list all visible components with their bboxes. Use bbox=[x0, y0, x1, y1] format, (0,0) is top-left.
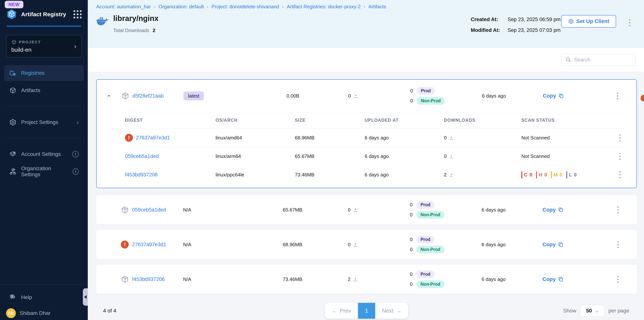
digest-link[interactable]: f453bd937206 bbox=[125, 172, 158, 178]
copy-label: Copy bbox=[542, 276, 556, 282]
copy-link[interactable]: Copy bbox=[542, 242, 564, 248]
digest-uploaded: 6 days ago bbox=[365, 154, 444, 159]
sidebar-item-help[interactable]: ? Help bbox=[4, 290, 84, 305]
download-icon bbox=[353, 207, 358, 212]
breadcrumb-artifacts[interactable]: Artifacts bbox=[368, 4, 386, 10]
sidebar-item-label: Registries bbox=[21, 70, 44, 76]
nonprod-count: 0 bbox=[406, 212, 412, 218]
version-card-expanded: d5f28ef21aab latest 0.00B 0 0 bbox=[96, 79, 637, 188]
digest-downloads: 0 bbox=[444, 154, 446, 159]
digest-row[interactable]: 059ceb5a1ded linux/arm64 65.67MB 6 days … bbox=[125, 147, 628, 166]
col-size: SIZE bbox=[295, 118, 365, 123]
copy-link[interactable]: Copy bbox=[542, 207, 564, 213]
sidebar-item-registries[interactable]: Registries bbox=[4, 65, 84, 81]
next-page-button[interactable]: Next → bbox=[375, 303, 408, 319]
copy-link[interactable]: Copy bbox=[543, 93, 564, 99]
col-downloads: DOWNLOADS bbox=[444, 118, 521, 123]
sidebar: NEW Artifact Registry bbox=[0, 0, 88, 320]
collapse-chevron-icon[interactable] bbox=[97, 93, 121, 99]
download-icon bbox=[353, 276, 358, 282]
search-box bbox=[562, 54, 636, 66]
row-kebab-menu[interactable] bbox=[618, 170, 622, 180]
row-kebab-menu[interactable] bbox=[616, 274, 620, 285]
info-icon[interactable]: i bbox=[72, 151, 79, 157]
prev-page-button[interactable]: ← Prev bbox=[325, 303, 358, 319]
package-icon bbox=[121, 275, 132, 284]
prod-pill: Prod bbox=[417, 87, 435, 95]
row-kebab-menu[interactable] bbox=[616, 239, 620, 250]
version-size: 68.96MB bbox=[260, 242, 325, 248]
sidebar-item-organization-settings[interactable]: Organization Settings i bbox=[4, 164, 84, 180]
arrow-right-icon: → bbox=[396, 308, 402, 314]
page-number-button[interactable]: 1 bbox=[358, 303, 375, 319]
sidebar-account-nav: Account Settings i Organization Settings… bbox=[4, 146, 84, 180]
package-icon bbox=[121, 92, 132, 100]
info-icon[interactable]: i bbox=[73, 168, 79, 175]
version-name-link[interactable]: d5f28ef21aab bbox=[132, 93, 184, 99]
copy-icon bbox=[558, 93, 564, 99]
breadcrumb-organization[interactable]: Organization: default bbox=[158, 4, 204, 10]
module-grid-icon[interactable] bbox=[74, 10, 82, 18]
arrow-left-icon: ← bbox=[332, 308, 337, 314]
digest-row[interactable]: f453bd937206 linux/ppc64le 73.46MB 6 day… bbox=[125, 166, 628, 184]
version-size: 65.67MB bbox=[260, 207, 325, 213]
created-at-value: Sep 23, 2025 06:59 pm bbox=[508, 16, 560, 22]
next-label: Next bbox=[382, 308, 393, 314]
digest-size: 65.67MB bbox=[295, 154, 365, 159]
header-kebab-menu[interactable] bbox=[627, 17, 632, 28]
breadcrumb-account[interactable]: Account: automation_har bbox=[96, 4, 151, 10]
nonprod-pill: Non-Prod bbox=[416, 211, 444, 219]
col-uploaded-at: UPLOADED AT bbox=[365, 118, 444, 123]
gear-icon bbox=[568, 18, 574, 24]
version-downloads: 2 bbox=[348, 276, 350, 282]
row-kebab-menu[interactable] bbox=[618, 151, 622, 162]
copy-link[interactable]: Copy bbox=[542, 276, 564, 282]
prod-pill: Prod bbox=[416, 270, 434, 278]
project-selector[interactable]: PROJECT build-en › bbox=[6, 35, 82, 58]
version-downloads: 0 bbox=[348, 207, 350, 213]
sidebar-item-account-settings[interactable]: Account Settings i bbox=[4, 146, 84, 162]
chevron-right-icon: › bbox=[74, 42, 76, 50]
digest-link[interactable]: 27637a97e3d1 bbox=[136, 135, 170, 141]
version-modified-time: 6 days ago bbox=[462, 242, 525, 248]
setup-client-button[interactable]: Set Up Client bbox=[561, 15, 616, 28]
version-name-link[interactable]: 27637a97e3d1 bbox=[132, 242, 183, 248]
version-row[interactable]: d5f28ef21aab latest 0.00B 0 0 bbox=[97, 80, 636, 112]
version-modified-time: 6 days ago bbox=[463, 93, 525, 99]
pagination-controls: ← Prev 1 Next → bbox=[325, 303, 408, 319]
row-kebab-menu[interactable] bbox=[616, 204, 620, 215]
version-row[interactable]: 059ceb5a1ded N/A 65.67MB 0 0Prod 0Non-Pr… bbox=[96, 195, 637, 224]
avatar: SD bbox=[6, 308, 16, 318]
user-menu[interactable]: SD Shibam Dhar bbox=[0, 305, 88, 319]
version-row[interactable]: f453bd937206 N/A 73.46MB 2 0Prod 0Non-Pr… bbox=[96, 265, 637, 294]
page-size-control: Show 50 ⌄ per page bbox=[563, 305, 629, 316]
version-size: 73.46MB bbox=[260, 276, 325, 282]
version-name-link[interactable]: 059ceb5a1ded bbox=[132, 207, 183, 213]
nonprod-pill: Non-Prod bbox=[416, 246, 444, 254]
digest-link[interactable]: 059ceb5a1ded bbox=[125, 154, 159, 159]
nonprod-count: 0 bbox=[406, 98, 413, 104]
sidebar-item-project-settings[interactable]: Project Settings › bbox=[4, 114, 84, 130]
sidebar-collapse-handle[interactable] bbox=[83, 288, 88, 306]
version-row[interactable]: ! 27637a97e3d1 N/A 68.96MB 0 0Prod 0Non-… bbox=[96, 230, 637, 259]
row-kebab-menu[interactable] bbox=[618, 132, 622, 143]
prod-count: 0 bbox=[406, 236, 412, 242]
total-downloads-label: Total Downloads bbox=[113, 28, 149, 34]
artifact-registry-logo-icon bbox=[6, 9, 17, 20]
digest-row[interactable]: ! 27637a97e3d1 linux/amd64 68.96MB 6 day… bbox=[125, 128, 628, 147]
page-size-select[interactable]: 50 ⌄ bbox=[580, 305, 604, 316]
new-badge: NEW bbox=[5, 1, 24, 8]
download-icon bbox=[353, 242, 358, 247]
chevron-right-icon: › bbox=[77, 119, 79, 126]
severity-high: H0 bbox=[536, 171, 547, 178]
search-input[interactable] bbox=[574, 57, 632, 63]
row-kebab-menu[interactable] bbox=[615, 90, 620, 101]
version-name-link[interactable]: f453bd937206 bbox=[132, 276, 183, 282]
breadcrumb-registry[interactable]: Artifact Registries: docker-proxy-2 bbox=[287, 4, 361, 10]
gear-icon bbox=[9, 118, 16, 126]
sidebar-item-label: Account Settings bbox=[21, 151, 61, 157]
sidebar-item-artifacts[interactable]: Artifacts bbox=[4, 82, 84, 98]
breadcrumb-project[interactable]: Project: donotdelete-shivanand bbox=[212, 4, 279, 10]
digest-table-header: DIGEST OS/ARCH SIZE UPLOADED AT DOWNLOAD… bbox=[125, 112, 628, 128]
prod-count: 0 bbox=[406, 88, 413, 94]
